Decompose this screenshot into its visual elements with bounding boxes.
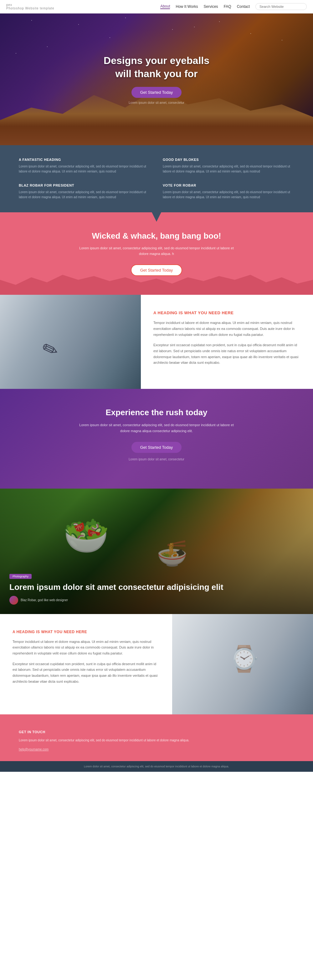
footer-bottom: Lorem dolor sit amet, consectetur adipis… (0, 761, 313, 772)
blog-tag: Photography (9, 574, 32, 579)
hero-headline: Designs your eyeballswill thank you for (104, 54, 209, 80)
nav-contact[interactable]: Contact (237, 5, 250, 9)
nav-services[interactable]: Services (204, 5, 218, 9)
hero-subtext: Lorem ipsum dolor sit amet, consectetur (104, 101, 209, 104)
pink-banner-cta-button[interactable]: Get Started Today (131, 264, 182, 276)
nav-faq[interactable]: FAQ (224, 5, 231, 9)
feature-heading-3: BLAZ ROBAR FOR PRESIDENT (19, 183, 150, 187)
watch-image (172, 614, 313, 714)
article-para2: Excepteur sint occaecat cupidatat non pr… (13, 661, 160, 684)
author-avatar (9, 596, 18, 605)
navbar: pex Photoshop Website template About How… (0, 0, 313, 13)
blog-heading: Lorem ipsum dolor sit amet consectetur a… (9, 582, 304, 593)
feature-item-1: A FANTASTIC HEADING Lorem ipsum dolor si… (19, 158, 150, 174)
features-section: A FANTASTIC HEADING Lorem ipsum dolor si… (0, 145, 313, 212)
hero-cta-button[interactable]: Get Started Today (131, 87, 182, 98)
pink-banner-section: Wicked & whack, bang bang boo! Lorem ips… (0, 212, 313, 295)
footer-bottom-text: Lorem dolor sit amet, consectetur adipis… (84, 765, 229, 768)
nav-about[interactable]: About (160, 4, 170, 9)
nav-links: About How It Works Services FAQ Contact (160, 3, 307, 10)
feature-body-3: Lorem ipsum dolor sit amet, consectetur … (19, 190, 150, 200)
blog-author: Blaz Robar, god like web designer (9, 596, 304, 605)
feature-body-1: Lorem ipsum dolor sit amet, consectetur … (19, 164, 150, 174)
purple-banner-section: Experience the rush today Lorem ipsum do… (0, 389, 313, 488)
purple-banner-subtext: Lorem ipsum dolor sit amet, consectetur (78, 457, 235, 462)
feature-heading-1: A FANTASTIC HEADING (19, 158, 150, 162)
feature-item-3: BLAZ ROBAR FOR PRESIDENT Lorem ipsum dol… (19, 183, 150, 200)
feature-heading-2: GOOD DAY BLOKES (163, 158, 294, 162)
two-col-heading: A HEADING IS WHAT YOU NEED HERE (153, 310, 300, 315)
footer-section: GET IN TOUCH Lorem ipsum dolor sit amet,… (0, 714, 313, 761)
feature-heading-4: VOTE FOR ROBAR (163, 183, 294, 187)
hand-writing-image (0, 295, 141, 389)
hero-content: Designs your eyeballswill thank you for … (104, 54, 209, 104)
article-heading: A HEADING IS WHAT YOU NEED HERE (13, 630, 160, 634)
pink-banner-body: Lorem ipsum dolor sit amet, consectetur … (78, 245, 235, 256)
logo-text: pex (6, 3, 54, 6)
two-col-para2: Excepteur sint occaecat cupidatat non pr… (153, 342, 300, 366)
logo-tagline: Photoshop Website template (6, 6, 54, 10)
two-col-text: A HEADING IS WHAT YOU NEED HERE Tempor i… (141, 295, 313, 389)
hero-section: Designs your eyeballswill thank you for … (0, 13, 313, 145)
blog-feature-section: Photography Lorem ipsum dolor sit amet c… (0, 488, 313, 614)
features-grid: A FANTASTIC HEADING Lorem ipsum dolor si… (19, 158, 294, 200)
nav-how-it-works[interactable]: How It Works (175, 5, 198, 9)
purple-banner-cta-button[interactable]: Get Started Today (131, 442, 182, 453)
article-image (172, 614, 313, 714)
blog-content: Photography Lorem ipsum dolor sit amet c… (9, 573, 304, 605)
purple-banner-heading: Experience the rush today (13, 408, 300, 417)
pink-banner-heading: Wicked & whack, bang bang boo! (13, 231, 300, 241)
footer-body: Lorem ipsum dolor sit amet, consectetur … (19, 738, 294, 743)
feature-body-2: Lorem ipsum dolor sit amet, consectetur … (163, 164, 294, 174)
purple-banner-body: Lorem ipsum dolor sit amet, consectetur … (78, 422, 235, 434)
two-col-para1: Tempor incididunt ut labore et dolore ma… (153, 320, 300, 337)
two-col-section: A HEADING IS WHAT YOU NEED HERE Tempor i… (0, 295, 313, 389)
footer-email[interactable]: help@yourname.com (19, 748, 49, 751)
feature-item-4: VOTE FOR ROBAR Lorem ipsum dolor sit ame… (163, 183, 294, 200)
feature-item-2: GOOD DAY BLOKES Lorem ipsum dolor sit am… (163, 158, 294, 174)
two-col-image (0, 295, 141, 389)
article-para1: Tempor incididunt ut labore et dolore ma… (13, 639, 160, 656)
author-name: Blaz Robar, god like web designer (21, 598, 68, 602)
feature-body-4: Lorem ipsum dolor sit amet, consectetur … (163, 190, 294, 200)
logo: pex Photoshop Website template (6, 3, 54, 10)
article-section: A HEADING IS WHAT YOU NEED HERE Tempor i… (0, 614, 313, 714)
article-text: A HEADING IS WHAT YOU NEED HERE Tempor i… (0, 614, 172, 714)
search-input[interactable] (255, 3, 307, 10)
footer-heading: GET IN TOUCH (19, 730, 294, 734)
